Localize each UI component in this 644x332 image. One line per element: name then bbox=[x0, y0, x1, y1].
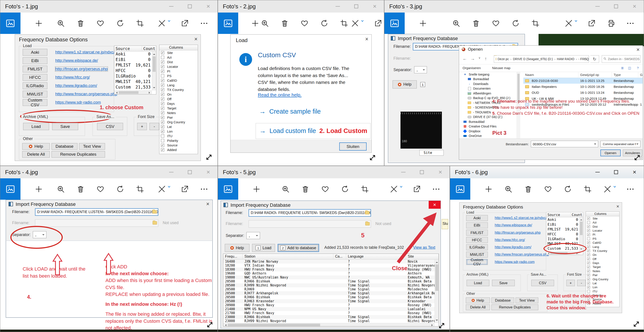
delete-icon[interactable] bbox=[75, 18, 86, 29]
source-count-row[interactable]: MWLIST 40,121 bbox=[114, 79, 152, 84]
checkbox[interactable]: ✓ bbox=[161, 144, 164, 147]
create-sample-file-command[interactable]: →Create sample file bbox=[259, 108, 321, 115]
checkbox[interactable]: ✓ bbox=[161, 60, 164, 64]
column-checkbox-row[interactable]: ✓ Org Country bbox=[586, 277, 619, 281]
column-checkbox-row[interactable]: ✓ Target bbox=[586, 265, 619, 269]
source-url-link[interactable]: http://www.eibispace.de/ bbox=[55, 58, 98, 63]
close-icon[interactable]: × bbox=[616, 204, 619, 209]
checkbox[interactable]: ✓ bbox=[161, 84, 164, 87]
chevron-down-icon[interactable]: ∨ bbox=[585, 58, 588, 61]
source-url-link[interactable]: http://www1.s2.starcat.ne.jp/ndxc/ bbox=[55, 50, 114, 54]
column-checkbox-row[interactable]: ✓ Azi bbox=[160, 55, 198, 60]
zoom-icon[interactable] bbox=[259, 18, 270, 29]
help-button[interactable]: Help bbox=[22, 143, 50, 150]
filename2-input[interactable] bbox=[35, 219, 158, 227]
source-url-link[interactable]: http://fmscan.org/perseus.php bbox=[495, 231, 540, 235]
help-button[interactable]: Help bbox=[392, 80, 417, 88]
column-checkbox-row[interactable]: ✓ Call/ID bbox=[160, 78, 198, 83]
checkbox[interactable]: ✓ bbox=[161, 56, 164, 59]
titlebar[interactable]: Foto's - 2.jpg × bbox=[218, 0, 384, 12]
checkbox[interactable]: ✓ bbox=[587, 245, 590, 248]
column-checkbox-row[interactable]: ✓ Lat bbox=[586, 281, 619, 285]
source-count-row[interactable]: HFCC 0 bbox=[114, 68, 152, 74]
zoom-icon[interactable] bbox=[503, 184, 514, 194]
more-icon[interactable] bbox=[198, 18, 210, 29]
tree-item[interactable]: Bureaublad bbox=[459, 77, 516, 82]
source-load-button[interactable]: ILGRadio bbox=[23, 82, 47, 89]
close-button-highlighted[interactable]: × bbox=[429, 201, 440, 209]
archive-load-button[interactable]: Load bbox=[466, 280, 489, 286]
checkbox[interactable]: ✓ bbox=[587, 221, 590, 224]
column-checkbox-row[interactable]: ✓ Added bbox=[160, 148, 198, 152]
tree-item[interactable]: Afbeeldingen bbox=[459, 91, 516, 96]
column-checkbox-row[interactable]: ✓ Notes bbox=[586, 269, 619, 273]
source-load-button[interactable]: MWLIST bbox=[23, 91, 47, 98]
column-checkbox-row[interactable]: ✓ Azi bbox=[586, 220, 619, 224]
checkbox[interactable]: ✓ bbox=[161, 51, 164, 54]
delete-all-button[interactable]: Delete All bbox=[22, 151, 50, 158]
up-icon[interactable]: ↑ bbox=[484, 56, 487, 61]
checkbox[interactable]: ✓ bbox=[161, 102, 164, 105]
edit-create-icon[interactable] bbox=[156, 18, 171, 29]
checkbox[interactable]: ✓ bbox=[587, 266, 590, 268]
source-url-link[interactable]: http://www.ilgradio.com/ bbox=[495, 245, 531, 249]
col-source[interactable]: Source bbox=[114, 46, 142, 51]
breadcrumb-segment[interactable]: Deze pc› bbox=[498, 57, 513, 61]
resize-diagonal-icon[interactable] bbox=[633, 153, 642, 162]
table-row[interactable]: 20500 RJH99 Nizhni Novgorod Time Signal … bbox=[223, 283, 434, 287]
print-icon[interactable] bbox=[606, 18, 616, 29]
add-to-database-button[interactable]: 2Add to database bbox=[278, 244, 319, 252]
column-checkbox-row[interactable]: ✓ Locator bbox=[586, 228, 619, 232]
maximize-button[interactable] bbox=[347, 0, 366, 12]
source-load-button[interactable]: Custom CSV bbox=[466, 259, 488, 265]
checkbox[interactable]: ✓ bbox=[161, 106, 164, 110]
add-icon[interactable] bbox=[251, 18, 259, 29]
columns-header[interactable]: Columns bbox=[586, 212, 619, 216]
table-row[interactable]: 23000 RJH99 Nizhni Novgorod Time Signal … bbox=[223, 319, 434, 323]
column-checkbox-row[interactable]: ✓ Site bbox=[586, 216, 619, 220]
favorite-icon[interactable] bbox=[320, 184, 331, 194]
share-icon[interactable] bbox=[372, 18, 384, 29]
column-checkbox-row[interactable]: ✓ PS bbox=[586, 237, 619, 241]
horizontal-scrollbar[interactable] bbox=[223, 323, 434, 326]
col-grootte[interactable]: Grootte bbox=[638, 72, 643, 78]
favorite-icon[interactable] bbox=[95, 184, 106, 194]
column-checkbox-row[interactable]: ✓ Days bbox=[160, 101, 198, 106]
source-count-row[interactable]: Aoki 0 bbox=[114, 52, 152, 57]
help-button[interactable]: Help bbox=[225, 244, 250, 252]
tree-item[interactable]: Dropbox bbox=[459, 129, 516, 134]
source-count-row[interactable]: Custom 21,533 bbox=[546, 246, 580, 251]
column-checkbox-row[interactable]: ✓ Pwr bbox=[586, 273, 619, 277]
checkbox[interactable]: ✓ bbox=[587, 225, 590, 228]
column-checkbox-row[interactable]: ✓ Org Country bbox=[160, 120, 198, 124]
col-ca[interactable]: Ca... bbox=[333, 254, 346, 259]
column-checkbox-row[interactable]: ✓ On bbox=[160, 92, 198, 97]
more-icon[interactable] bbox=[431, 184, 442, 194]
column-checkbox-row[interactable]: ✓ Target bbox=[160, 106, 198, 110]
titlebar[interactable]: Foto's - 1.jpg × bbox=[0, 0, 218, 12]
font-minus-button[interactable]: - bbox=[150, 123, 159, 130]
font-minus-button[interactable]: - bbox=[577, 280, 586, 286]
sluiten-button[interactable]: Sluiten bbox=[339, 142, 366, 150]
favorite-icon[interactable] bbox=[95, 18, 106, 29]
table-row[interactable]: 20500 RJH66 Bishkek Time Signal Bishkek … bbox=[223, 280, 434, 283]
col-count[interactable]: Count bbox=[142, 46, 156, 51]
edit-create-icon[interactable] bbox=[388, 184, 403, 194]
column-checkbox-row[interactable]: ✓ Lon bbox=[160, 129, 198, 134]
separator-combobox[interactable]: , bbox=[414, 66, 427, 73]
add-icon[interactable] bbox=[483, 184, 494, 194]
horizontal-scrollbar[interactable] bbox=[114, 90, 152, 94]
more-icon[interactable] bbox=[625, 184, 636, 194]
close-button[interactable]: × bbox=[625, 166, 644, 178]
share-icon[interactable] bbox=[179, 184, 190, 194]
browse-folder-icon[interactable] bbox=[152, 210, 157, 214]
checkbox[interactable]: ✓ bbox=[587, 229, 590, 232]
source-url-link[interactable]: https://www.sdr-radio.com bbox=[495, 260, 534, 264]
browse-folder-icon[interactable] bbox=[365, 211, 370, 214]
col-gewijzigd[interactable]: Gewijzigd op bbox=[578, 72, 612, 78]
titlebar[interactable]: Foto's - 6.jpg × bbox=[450, 166, 644, 178]
column-checkbox-row[interactable]: ✓ Days bbox=[586, 261, 619, 265]
source-load-button[interactable]: FMLIST bbox=[466, 230, 488, 236]
titlebar[interactable]: Foto's - 5.jpg × bbox=[218, 166, 450, 178]
rotate-icon[interactable] bbox=[510, 18, 521, 29]
